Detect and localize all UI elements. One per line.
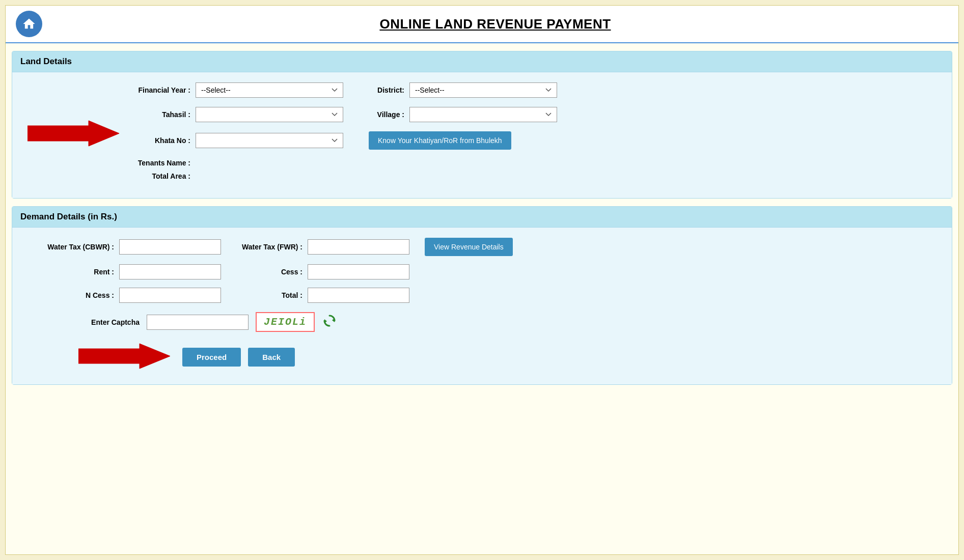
tenants-name-label: Tenants Name : [124,159,190,167]
land-details-header: Land Details [12,51,952,72]
village-select[interactable] [409,107,557,122]
action-row: Proceed Back [27,342,937,372]
khata-label: Khata No : [124,136,190,145]
refresh-icon-svg [322,313,337,328]
n-cess-row: N Cess : [27,288,221,303]
total-row: Total : [231,288,409,303]
captcha-image: JEIOLi [256,312,315,332]
financial-year-row: Financial Year : --Select-- [124,82,343,98]
total-area-label: Total Area : [124,172,190,180]
tahasil-select[interactable] [196,107,343,122]
demand-details-section: Demand Details (in Rs.) Water Tax (CBWR)… [12,206,952,385]
land-details-body: Financial Year : --Select-- District: --… [12,72,952,198]
water-tax-fwr-input[interactable] [308,239,409,255]
page-wrapper: ONLINE LAND REVENUE PAYMENT Land Details [5,5,959,555]
cess-row: Cess : [231,264,409,279]
rent-label: Rent : [27,268,114,276]
view-revenue-button[interactable]: View Revenue Details [425,238,513,256]
svg-marker-1 [332,318,335,322]
financial-year-select[interactable]: --Select-- [196,82,343,98]
cess-label: Cess : [231,268,302,276]
demand-details-body: Water Tax (CBWR) : Water Tax (FWR) : Vie… [12,228,952,384]
svg-marker-0 [27,121,119,146]
village-label: Village : [364,110,404,119]
captcha-input[interactable] [147,315,249,330]
rent-input[interactable] [119,264,221,279]
svg-marker-3 [78,344,170,369]
arrow-annotation-2 [78,342,170,370]
total-label: Total : [231,291,302,299]
tahasil-label: Tahasil : [124,110,190,119]
tahasil-row: Tahasil : [124,107,343,122]
n-cess-input[interactable] [119,288,221,303]
arrow-annotation-1 [27,118,119,149]
village-row: Village : [364,107,557,122]
proceed-button[interactable]: Proceed [182,348,241,367]
district-select[interactable]: --Select-- [409,82,557,98]
header: ONLINE LAND REVENUE PAYMENT [6,6,958,43]
n-cess-label: N Cess : [27,291,114,299]
khatiyan-button[interactable]: Know Your Khatiyan/RoR from Bhulekh [369,131,511,150]
captcha-section: Enter Captcha JEIOLi [27,312,937,332]
svg-marker-2 [324,319,327,323]
rent-row: Rent : [27,264,221,279]
khata-row: Khata No : [124,133,343,148]
page-title: ONLINE LAND REVENUE PAYMENT [42,16,948,32]
cess-input[interactable] [308,264,409,279]
water-tax-fwr-row: Water Tax (FWR) : [231,239,409,255]
district-row: District: --Select-- [364,82,557,98]
back-button[interactable]: Back [248,348,295,367]
home-icon [22,17,36,31]
total-input[interactable] [308,288,409,303]
water-tax-fwr-label: Water Tax (FWR) : [231,243,302,251]
khata-select[interactable] [196,133,343,148]
refresh-captcha-icon[interactable] [322,313,337,331]
water-tax-cbwr-row: Water Tax (CBWR) : [27,239,221,255]
land-details-section: Land Details Financial Year : [12,51,952,199]
district-label: District: [364,86,404,94]
captcha-label: Enter Captcha [78,318,140,326]
demand-details-header: Demand Details (in Rs.) [12,207,952,228]
water-tax-cbwr-input[interactable] [119,239,221,255]
home-button[interactable] [16,11,42,37]
water-tax-cbwr-label: Water Tax (CBWR) : [27,243,114,251]
financial-year-label: Financial Year : [124,86,190,94]
